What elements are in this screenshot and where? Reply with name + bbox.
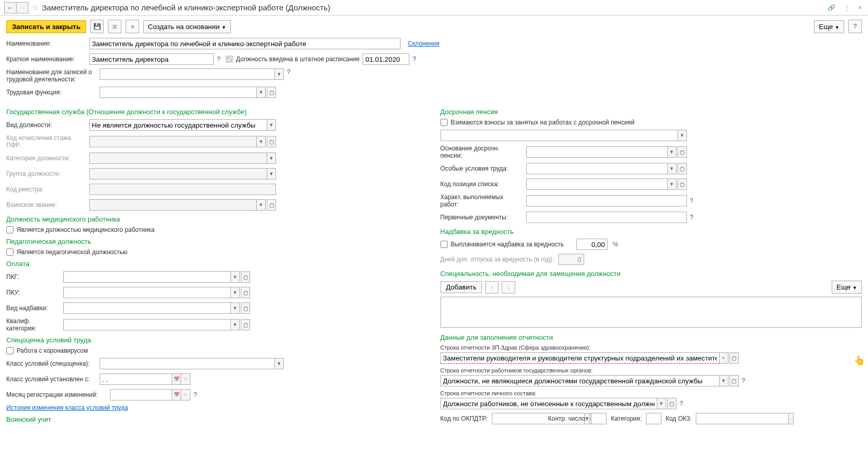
save-button[interactable]: 💾 bbox=[90, 20, 104, 33]
pkg-input[interactable] bbox=[63, 271, 230, 283]
favorite-star-icon[interactable]: ☆ bbox=[32, 3, 39, 12]
spinner-button[interactable]: ÷ bbox=[181, 373, 190, 385]
in-schedule-date-input[interactable] bbox=[363, 53, 409, 65]
specialty-more-button[interactable]: Еще ▼ bbox=[832, 281, 862, 294]
work-nature-input[interactable] bbox=[526, 195, 687, 206]
name-label: Наименование: bbox=[6, 40, 89, 47]
is-medical-checkbox[interactable] bbox=[6, 226, 13, 233]
structure-button[interactable]: ⎈ bbox=[126, 20, 139, 33]
dropdown-button[interactable]: ▼ bbox=[667, 163, 677, 174]
dropdown-button[interactable]: ▼ bbox=[267, 119, 276, 131]
dropdown-button[interactable]: ▼ bbox=[230, 271, 240, 283]
dropdown-button[interactable]: ▼ bbox=[274, 68, 284, 80]
hazard-paid-checkbox[interactable] bbox=[440, 241, 448, 248]
category2-input[interactable] bbox=[646, 413, 662, 424]
conditions-label: Особые условия труда: bbox=[440, 165, 526, 172]
create-based-button[interactable]: Создать на основании ▼ bbox=[143, 20, 231, 33]
gov-workers-input[interactable] bbox=[440, 375, 719, 386]
add-button[interactable]: Добавить bbox=[440, 281, 483, 293]
position-type-input[interactable] bbox=[89, 119, 267, 131]
move-down-button[interactable]: ↓ bbox=[502, 281, 515, 294]
is-pedagogical-checkbox[interactable] bbox=[6, 248, 13, 256]
conditions-input[interactable] bbox=[526, 163, 667, 174]
open-button[interactable]: ▢ bbox=[241, 302, 250, 314]
help-icon[interactable]: ? bbox=[680, 400, 683, 407]
specialty-list[interactable] bbox=[440, 297, 862, 328]
help-icon[interactable]: ? bbox=[742, 377, 746, 384]
pension-contributions-checkbox[interactable] bbox=[440, 119, 448, 126]
qualif-category-input[interactable] bbox=[63, 319, 230, 330]
calendar-button[interactable]: 📅 bbox=[172, 373, 181, 385]
labor-record-input[interactable] bbox=[100, 68, 274, 80]
allowance-type-input[interactable] bbox=[63, 302, 230, 314]
open-button[interactable]: ▢ bbox=[678, 163, 687, 174]
position-type-label: Вид должности: bbox=[6, 121, 89, 129]
zp-zdrav-input[interactable] bbox=[440, 352, 719, 364]
pension-basis-input[interactable] bbox=[526, 146, 667, 158]
dropdown-button[interactable]: ▼ bbox=[719, 375, 728, 386]
help-icon[interactable]: ? bbox=[217, 56, 221, 63]
labor-function-input[interactable] bbox=[100, 87, 256, 98]
class-set-from933-input[interactable] bbox=[100, 373, 172, 385]
help-icon[interactable]: ? bbox=[412, 56, 416, 63]
clear-button[interactable]: × bbox=[719, 352, 728, 364]
list-button[interactable]: ≣ bbox=[108, 20, 121, 33]
open-button[interactable]: ▢ bbox=[241, 287, 250, 298]
dropdown-button[interactable]: ▼ bbox=[657, 398, 666, 409]
short-name-input[interactable] bbox=[89, 53, 214, 65]
move-up-button[interactable]: ↑ bbox=[485, 281, 499, 294]
open-button[interactable]: ▢ bbox=[729, 375, 739, 386]
labor-function-label: Трудовая функция: bbox=[6, 89, 100, 96]
personnel-input[interactable] bbox=[440, 398, 657, 409]
open-button[interactable]: ▢ bbox=[241, 271, 250, 283]
reg-month-label: Месяц регистрации изменений: bbox=[6, 391, 110, 398]
dropdown-button[interactable]: ▼ bbox=[230, 287, 240, 298]
spinner-button[interactable]: ÷ bbox=[181, 389, 190, 400]
conditions-class-input[interactable] bbox=[100, 358, 274, 369]
help-icon[interactable]: ? bbox=[287, 68, 291, 76]
name-input[interactable] bbox=[89, 38, 401, 49]
calendar-button[interactable]: 📅 bbox=[172, 389, 181, 400]
dropdown-button[interactable]: ▼ bbox=[667, 146, 677, 158]
open-button[interactable]: ▢ bbox=[267, 87, 276, 98]
open-button[interactable]: ▢ bbox=[667, 398, 677, 409]
class-history-link[interactable]: История изменения класса условий труда bbox=[6, 404, 128, 411]
dropdown-button[interactable]: ▼ bbox=[274, 358, 284, 369]
more-button[interactable]: Еще ▼ bbox=[814, 20, 844, 33]
military-rank-label: Воинское звание: bbox=[6, 201, 89, 209]
open-button[interactable]: ▢ bbox=[241, 319, 250, 330]
control-num-input[interactable] bbox=[591, 413, 607, 424]
list-position-input[interactable] bbox=[526, 178, 667, 190]
help-icon[interactable]: ? bbox=[690, 197, 694, 204]
dropdown-button: ▼ bbox=[267, 168, 276, 179]
position-group-label: Группа должности: bbox=[6, 170, 89, 177]
open-button[interactable]: ▢ bbox=[678, 178, 687, 190]
hazard-amount-input[interactable] bbox=[576, 239, 608, 250]
dropdown-button[interactable]: ▼ bbox=[230, 319, 240, 330]
open-button[interactable]: ▢ bbox=[678, 146, 687, 158]
covid-checkbox[interactable] bbox=[6, 347, 13, 354]
is-pedagogical-label: Является педагогической должностью bbox=[17, 248, 128, 256]
open-button[interactable]: ▢ bbox=[729, 352, 739, 364]
declensions-link[interactable]: Склонения bbox=[408, 40, 439, 47]
menu-dots-icon[interactable]: ⋮ bbox=[842, 3, 852, 12]
pension-dropdown-input[interactable] bbox=[440, 130, 678, 141]
primary-docs-input[interactable] bbox=[526, 212, 687, 223]
save-close-button[interactable]: Записать и закрыть bbox=[6, 20, 86, 33]
nav-forward-button[interactable]: → bbox=[16, 2, 29, 13]
nav-back-button[interactable]: ← bbox=[4, 2, 17, 13]
link-icon[interactable]: 🔗 bbox=[825, 3, 837, 12]
dropdown-button[interactable]: ▼ bbox=[230, 302, 240, 314]
help-icon[interactable]: ? bbox=[690, 214, 694, 221]
dropdown-button[interactable]: ▼ bbox=[667, 178, 677, 190]
help-icon[interactable]: ? bbox=[194, 391, 197, 398]
reg-month-input[interactable] bbox=[110, 389, 172, 400]
dropdown-button[interactable]: ▼ bbox=[256, 87, 266, 98]
close-icon[interactable]: × bbox=[856, 3, 864, 12]
dropdown-button[interactable]: ▼ bbox=[678, 130, 687, 141]
pension-basis-label: Основание досрочн. пенсии: bbox=[440, 145, 526, 159]
okz-input[interactable] bbox=[696, 413, 788, 424]
pku-input[interactable] bbox=[63, 287, 230, 298]
ellipsis-button[interactable]: … bbox=[788, 413, 794, 424]
help-button[interactable]: ? bbox=[848, 20, 862, 33]
